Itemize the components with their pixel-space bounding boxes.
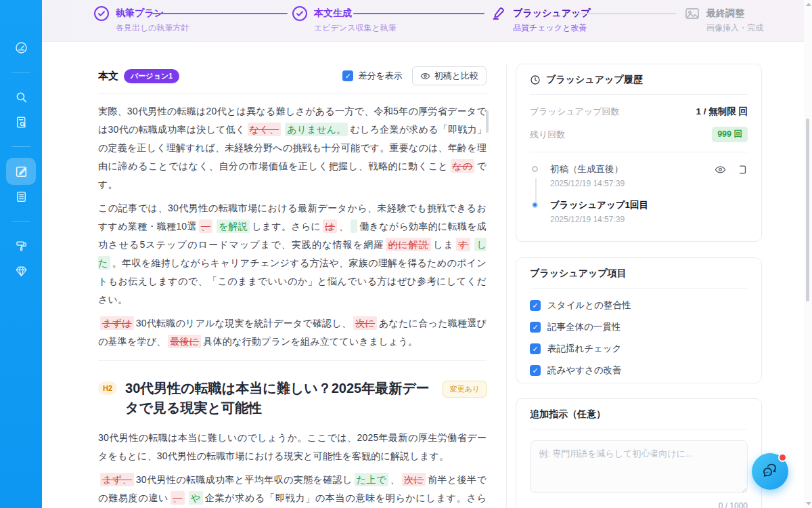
notification-dot xyxy=(778,453,787,462)
sidebar-divider xyxy=(12,146,30,147)
edit-icon xyxy=(14,165,28,179)
diff-insertion: た上で xyxy=(355,473,388,486)
editor-title: 本文 xyxy=(98,70,118,83)
paint-roller-icon xyxy=(14,239,28,253)
column-divider xyxy=(506,64,507,508)
sidebar-item-search[interactable] xyxy=(0,87,42,107)
article-heading: 30代男性の転職は本当に難しい？2025年最新データで見る現実と可能性 xyxy=(125,379,434,418)
article-heading-row: H230代男性の転職は本当に難しい？2025年最新データで見る現実と可能性変更あ… xyxy=(98,379,487,418)
step-sublabel: 各見出しの執筆方針 xyxy=(116,22,189,34)
additional-instructions-card: 追加指示（任意） 0 / 1000 xyxy=(516,398,762,508)
sidebar-item-research[interactable] xyxy=(0,112,42,132)
stat-row: ブラッシュアップ回数 1 / 無制限 回 xyxy=(530,106,748,118)
editor-panel: 本文 バージョン1 ✓ 差分を表示 初稿と比較 実際、30代男性の転職は20代と… xyxy=(98,42,487,508)
diff-deletion: は xyxy=(323,219,337,233)
article-paragraph: まずは30代転職のリアルな現実を統計データで確認し、次にあなたに合った職種選びの… xyxy=(98,314,487,351)
checklist-item-style[interactable]: ✓ スタイルとの整合性 xyxy=(530,299,748,312)
diff-deletion: 的に解説 xyxy=(386,238,431,251)
text-segment: しま xyxy=(433,239,454,250)
sidebar-divider xyxy=(12,221,30,221)
step-sublabel: 品質チェックと改善 xyxy=(513,22,591,34)
sidebar-item-outline[interactable] xyxy=(0,186,42,207)
clock-icon xyxy=(530,75,541,85)
step-final-adjustment[interactable]: 最終調整画像挿入・完成 xyxy=(684,5,763,34)
diff-deletion: なの xyxy=(451,159,475,173)
diff-insertion: や xyxy=(189,491,203,505)
checkbox-checked-icon: ✓ xyxy=(342,70,353,81)
stat-label: 残り回数 xyxy=(530,129,565,141)
timeline-item-brushup-1[interactable]: ブラッシュアップ1回目 2025/12/19 14:57:39 xyxy=(530,199,748,224)
scroll-up-arrow[interactable] xyxy=(806,3,811,6)
step-writing-plan[interactable]: 執筆プラン各見出しの執筆方針 xyxy=(93,5,189,34)
restore-version-button[interactable] xyxy=(736,164,748,175)
compare-with-draft-button[interactable]: 初稿と比較 xyxy=(412,66,487,85)
step-label: 最終調整 xyxy=(706,5,763,20)
sidebar-item-dashboard[interactable] xyxy=(0,37,42,58)
section-divider xyxy=(98,360,487,361)
diff-toggle[interactable]: ✓ 差分を表示 xyxy=(342,70,402,82)
text-segment: 、 xyxy=(339,221,348,232)
text-segment: 30代転職のリアルな現実を統計データで確認し、 xyxy=(136,318,351,329)
diff-deletion: 次に xyxy=(353,316,377,330)
article-paragraph: 実際、30代男性の転職は20代とは異なる難しさがある一方で、令和5年の厚労省デー… xyxy=(98,102,487,194)
diff-insertion: ありません。 xyxy=(285,123,348,136)
sidebar-item-style[interactable] xyxy=(0,236,42,256)
timeline-dot-current xyxy=(532,202,538,208)
text-segment: 30代男性の転職は本当に難しいのでしょうか。ここでは、2025年最新の厚生労働省… xyxy=(98,432,487,461)
scroll-down-arrow[interactable] xyxy=(806,502,811,505)
diff-insertion xyxy=(351,219,357,233)
diff-deletion: まずは xyxy=(100,316,134,330)
diff-deletion: す xyxy=(456,238,470,251)
list-document-icon xyxy=(14,190,28,204)
pencil-icon xyxy=(491,5,507,22)
items-card-title: ブラッシュアップ項目 xyxy=(530,268,627,280)
version-badge: バージョン1 xyxy=(124,69,179,83)
timeline-item-draft[interactable]: 初稿（生成直後） 2025/12/19 14:57:39 xyxy=(530,163,748,188)
gem-icon xyxy=(14,264,28,278)
document-search-icon xyxy=(14,115,28,129)
timeline-dot xyxy=(532,166,538,172)
checklist-item-readability[interactable]: ✓ 読みやすさの改善 xyxy=(530,364,748,377)
chat-support-button[interactable] xyxy=(752,453,788,490)
additional-instructions-input[interactable] xyxy=(530,440,748,493)
check-circle-icon xyxy=(292,5,308,22)
timeline-item-timestamp: 2025/12/19 14:57:39 xyxy=(550,215,748,224)
page-scrollbar-thumb[interactable] xyxy=(806,119,809,301)
checklist-label: 表記揺れチェック xyxy=(547,343,622,355)
brushup-checklist: ✓ スタイルとの整合性 ✓ 記事全体の一貫性 ✓ 表記揺れチェック ✓ 読みやす… xyxy=(530,289,748,389)
text-segment: 、 xyxy=(390,474,400,485)
article-paragraph: 30代男性の転職は本当に難しいのでしょうか。ここでは、2025年最新の厚生労働省… xyxy=(98,429,487,465)
eye-icon xyxy=(420,71,430,81)
sidebar-item-premium[interactable] xyxy=(0,261,42,281)
article-paragraph: この記事では、30代男性の転職市場における最新データから、未経験でも挑戦できるお… xyxy=(98,199,487,309)
diff-deletion: 最後に xyxy=(168,335,201,348)
gauge-icon xyxy=(14,41,28,55)
editor-header: 本文 バージョン1 ✓ 差分を表示 初稿と比較 xyxy=(98,66,487,85)
diff-deletion: 次に xyxy=(402,473,426,486)
diff-deletion: まず、 xyxy=(100,473,134,486)
step-brushup[interactable]: ブラッシュアップ品質チェックと改善 xyxy=(491,5,591,34)
remaining-count-badge: 999 回 xyxy=(712,127,748,142)
view-version-button[interactable] xyxy=(715,164,726,175)
sidebar-divider xyxy=(12,72,30,72)
text-segment: 30代男性の転職成功率と平均年収の実態を確認し xyxy=(136,474,353,485)
brushup-history-card: ブラッシュアップ履歴 ブラッシュアップ回数 1 / 無制限 回 残り回数 999… xyxy=(516,64,762,242)
timeline-item-title: 初稿（生成直後） xyxy=(550,163,623,175)
image-icon xyxy=(684,5,700,22)
app-root: 執筆プラン各見出しの執筆方針 本文生成エビデンス収集と執筆 ブラッシュアップ品質… xyxy=(0,0,812,508)
sidebar-item-editor[interactable] xyxy=(0,161,42,182)
step-body-generation[interactable]: 本文生成エビデンス収集と執筆 xyxy=(292,5,397,34)
checklist-item-notation[interactable]: ✓ 表記揺れチェック xyxy=(530,343,748,355)
text-segment: 具体的な行動プランを組み立てていきましょう。 xyxy=(203,336,418,347)
checklist-item-consistency[interactable]: ✓ 記事全体の一貫性 xyxy=(530,321,748,333)
brushup-items-card: ブラッシュアップ項目 ✓ スタイルとの整合性 ✓ 記事全体の一貫性 ✓ 表記揺れ… xyxy=(516,257,762,383)
text-segment: 。年収を維持しながらキャリアチェンジする方法や、家族の理解を得るためのポイントも… xyxy=(98,257,487,305)
diff-toggle-label: 差分を表示 xyxy=(358,70,402,82)
article-body: 実際、30代男性の転職は20代とは異なる難しさがある一方で、令和5年の厚労省デー… xyxy=(98,93,487,508)
heading-level-badge: H2 xyxy=(98,381,117,395)
sidebar xyxy=(0,0,42,508)
step-connector xyxy=(152,13,288,14)
stat-label: ブラッシュアップ回数 xyxy=(530,106,619,118)
editor-scrollbar-thumb[interactable] xyxy=(486,110,489,133)
checkbox-checked-icon: ✓ xyxy=(530,343,541,354)
